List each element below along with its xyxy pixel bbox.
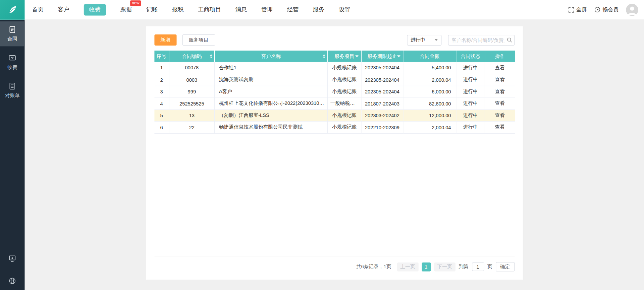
table-body: 100078合作社1小规模记账202305-2024045,400.00进行中查… — [154, 62, 515, 133]
status-filter-value: 进行中 — [411, 37, 425, 44]
cell-customer: A客户 — [215, 86, 328, 98]
cell-service: 小规模记账 — [328, 110, 361, 122]
app: 首页客户收费票据new记账报税工商项目消息管理经营服务设置 全屏 畅会员 — [0, 0, 644, 290]
sidebar-item-label: 收费 — [7, 64, 17, 71]
cell-action: 查看 — [485, 121, 515, 133]
toolbar-right: 进行中 — [407, 34, 515, 45]
cell-action: 查看 — [485, 110, 515, 122]
cell-customer: 合作社1 — [215, 62, 328, 74]
cell-amount: 2,000.04 — [403, 121, 456, 133]
logo[interactable] — [0, 0, 24, 19]
logo-feather-icon — [7, 4, 18, 15]
cell-period: 201807-202403 — [361, 97, 403, 110]
cell-no: 1 — [154, 62, 169, 74]
view-link[interactable]: 查看 — [495, 65, 505, 70]
cell-no: 6 — [154, 121, 169, 133]
next-page-button[interactable]: 下一页 — [434, 262, 455, 271]
nav-item-business-projects[interactable]: 工商项目 — [198, 4, 221, 15]
view-link[interactable]: 查看 — [495, 77, 505, 82]
column-header: 合同金额 — [403, 51, 456, 62]
cell-period: 202305-202404 — [361, 62, 403, 74]
topbar-right: 全屏 畅会员 — [569, 3, 644, 16]
cell-code: 999 — [169, 86, 215, 98]
table-row: 4252525525杭州杠上花文化传播有限公司-2022(20230310130… — [154, 97, 515, 110]
contracts-card: 新增 服务项目 进行中 — [146, 26, 523, 280]
avatar[interactable] — [626, 3, 638, 16]
column-label: 客户名称 — [261, 53, 281, 59]
fullscreen-label: 全屏 — [576, 6, 587, 13]
view-link[interactable]: 查看 — [495, 113, 505, 118]
nav-item-services[interactable]: 服务 — [313, 4, 324, 15]
cell-no: 4 — [154, 97, 169, 110]
page-1-button[interactable]: 1 — [422, 262, 431, 271]
cell-service: 小规模记账 — [328, 74, 361, 86]
nav-item-bookkeeping[interactable]: 记账 — [146, 4, 158, 15]
cell-action: 查看 — [485, 86, 515, 98]
view-link[interactable]: 查看 — [495, 100, 505, 106]
sidebar-items: 合同收费对账单 — [0, 20, 24, 103]
sidebar-bottom — [0, 255, 24, 290]
column-header[interactable]: 合同编码 — [169, 51, 215, 62]
sidebar-item-statement[interactable]: 对账单 — [0, 78, 24, 103]
nav-item-settings[interactable]: 设置 — [339, 4, 350, 15]
cell-customer: 畅捷通信息技术股份有限公司民非测试 — [215, 121, 328, 133]
member-button[interactable]: 畅会员 — [594, 6, 619, 13]
view-link[interactable]: 查看 — [495, 124, 505, 130]
table-row: 20003沈海英测试勿删小规模记账202305-2024042,000.04进行… — [154, 74, 515, 86]
nav-item-management[interactable]: 管理 — [261, 4, 273, 15]
sidebar-item-contract[interactable]: 合同 — [0, 21, 24, 47]
column-label: 服务项目 — [334, 53, 354, 59]
column-header[interactable]: 服务项目 — [328, 51, 361, 62]
fullscreen-button[interactable]: 全屏 — [569, 6, 587, 13]
filter-caret-icon[interactable] — [397, 55, 400, 57]
cell-amount: 6,000.00 — [403, 86, 456, 98]
nav-item-label: 经营 — [287, 6, 299, 13]
column-header[interactable]: 客户名称 — [215, 51, 328, 62]
cell-amount: 2,000.04 — [403, 74, 456, 86]
column-header: 合同状态 — [456, 51, 485, 62]
sidebar-item-fees[interactable]: 收费 — [0, 50, 24, 75]
nav-item-operations[interactable]: 经营 — [287, 4, 299, 15]
top-nav: 首页客户收费票据new记账报税工商项目消息管理经营服务设置 — [32, 4, 351, 15]
goto-suffix-label: 页 — [487, 263, 492, 270]
search-icon[interactable] — [506, 37, 512, 43]
sidebar: 合同收费对账单 — [0, 20, 24, 290]
sort-icons[interactable] — [210, 54, 212, 58]
nav-item-label: 客户 — [58, 6, 69, 13]
nav-item-fees[interactable]: 收费 — [84, 4, 106, 15]
client-download-icon[interactable] — [8, 255, 16, 263]
member-label: 畅会员 — [602, 6, 619, 13]
toolbar: 新增 服务项目 进行中 — [154, 34, 515, 46]
service-items-button[interactable]: 服务项目 — [182, 34, 215, 46]
view-link[interactable]: 查看 — [495, 88, 505, 94]
nav-item-messages[interactable]: 消息 — [235, 4, 247, 15]
nav-item-label: 报税 — [172, 6, 183, 13]
chevron-down-icon — [434, 39, 438, 41]
nav-item-customers[interactable]: 客户 — [58, 4, 69, 15]
search-input[interactable] — [448, 34, 514, 45]
column-label: 服务期限起止 — [367, 53, 397, 59]
nav-item-invoices[interactable]: 票据new — [120, 4, 132, 15]
confirm-button[interactable]: 确定 — [495, 262, 514, 271]
nav-item-label: 收费 — [89, 6, 101, 13]
cell-amount: 82,800.00 — [403, 97, 456, 110]
prev-page-button[interactable]: 上一页 — [397, 262, 418, 271]
sort-icons[interactable] — [323, 54, 325, 58]
nav-item-label: 首页 — [32, 6, 44, 13]
nav-item-label: 消息 — [235, 6, 247, 13]
globe-icon[interactable] — [8, 277, 16, 285]
cell-service: 小规模记账 — [328, 62, 361, 74]
nav-item-home[interactable]: 首页 — [32, 4, 44, 15]
goto-page-input[interactable] — [472, 263, 484, 271]
filter-caret-icon[interactable] — [355, 55, 359, 57]
column-label: 合同状态 — [461, 53, 480, 59]
nav-item-tax-filing[interactable]: 报税 — [172, 4, 183, 15]
nav-item-label: 服务 — [313, 6, 324, 13]
table-row: 100078合作社1小规模记账202305-2024045,400.00进行中查… — [154, 62, 515, 74]
add-button[interactable]: 新增 — [154, 34, 176, 46]
cell-status: 进行中 — [456, 97, 485, 110]
status-filter-select[interactable]: 进行中 — [407, 34, 441, 45]
table-row: 622畅捷通信息技术股份有限公司民非测试小规模记账202210-2023092,… — [154, 121, 515, 133]
column-label: 序号 — [157, 53, 166, 59]
column-header[interactable]: 服务期限起止 — [361, 51, 403, 62]
